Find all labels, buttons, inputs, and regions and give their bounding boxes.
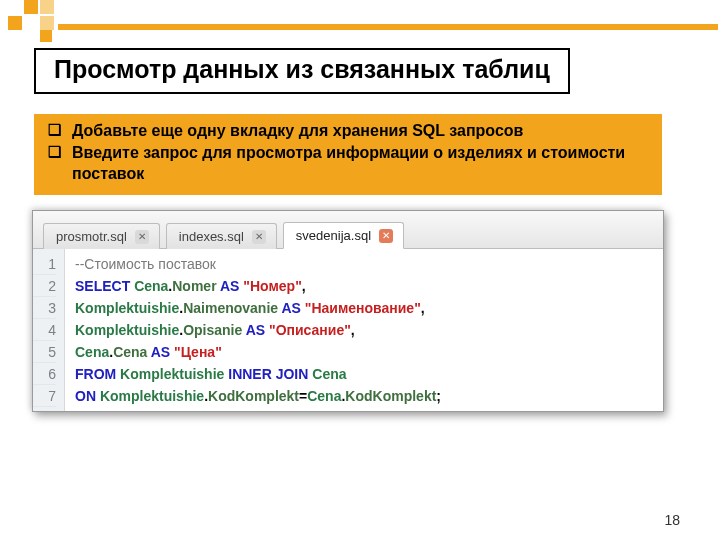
line-number: 4 [33,319,56,341]
tbl: Komplektuishie [75,300,179,316]
kw-as: AS [217,278,244,294]
code-area: 1 2 3 4 5 6 7 --Стоимость поставок SELEC… [33,249,663,411]
kw-as: AS [278,300,305,316]
line-number: 2 [33,275,56,297]
line-gutter: 1 2 3 4 5 6 7 [33,249,65,411]
editor-tabbar: prosmotr.sql ✕ indexes.sql ✕ svedenija.s… [33,211,663,249]
tbl: Cena [134,278,168,294]
kw-as: AS [147,344,174,360]
tab-label: svedenija.sql [296,228,371,243]
line-number: 1 [33,253,56,275]
line-number: 5 [33,341,56,363]
kw-as: AS [242,322,269,338]
close-icon[interactable]: ✕ [379,229,393,243]
col: Cena [113,344,147,360]
alias: "Наименование" [305,300,421,316]
close-icon[interactable]: ✕ [135,230,149,244]
task-bullet: Добавьте еще одну вкладку для хранения S… [48,120,648,142]
tbl: Komplektuishie [75,322,179,338]
semicolon: ; [436,388,441,404]
slide-title: Просмотр данных из связанных таблиц [34,48,570,94]
col: Naimenovanie [183,300,278,316]
alias: "Номер" [243,278,301,294]
line-number: 6 [33,363,56,385]
editor-tab-indexes[interactable]: indexes.sql ✕ [166,223,277,249]
tab-label: prosmotr.sql [56,229,127,244]
comma: , [421,300,425,316]
col: KodKomplekt [208,388,299,404]
alias: "Описание" [269,322,351,338]
tab-label: indexes.sql [179,229,244,244]
editor-tab-svedenija[interactable]: svedenija.sql ✕ [283,222,404,249]
comma: , [351,322,355,338]
col: Opisanie [183,322,242,338]
task-box: Добавьте еще одну вкладку для хранения S… [34,114,662,195]
close-icon[interactable]: ✕ [252,230,266,244]
sql-editor-window: prosmotr.sql ✕ indexes.sql ✕ svedenija.s… [32,210,664,412]
code-comment: --Стоимость поставок [75,256,216,272]
tbl: Cena [307,388,341,404]
kw-select: SELECT [75,278,134,294]
tbl: Komplektuishie [100,388,204,404]
eq: = [299,388,307,404]
comma: , [302,278,306,294]
kw-join: INNER JOIN [224,366,312,382]
editor-tab-prosmotr[interactable]: prosmotr.sql ✕ [43,223,160,249]
tbl: Cena [75,344,109,360]
alias: "Цена" [174,344,222,360]
page-number: 18 [664,512,680,528]
code-text[interactable]: --Стоимость поставок SELECT Cena.Nomer A… [65,249,663,411]
kw-on: ON [75,388,100,404]
line-number: 7 [33,385,56,407]
col: KodKomplekt [345,388,436,404]
line-number: 3 [33,297,56,319]
task-bullet: Введите запрос для просмотра информации … [48,142,648,185]
tbl: Komplektuishie [120,366,224,382]
tbl: Cena [312,366,346,382]
col: Nomer [172,278,216,294]
kw-from: FROM [75,366,120,382]
